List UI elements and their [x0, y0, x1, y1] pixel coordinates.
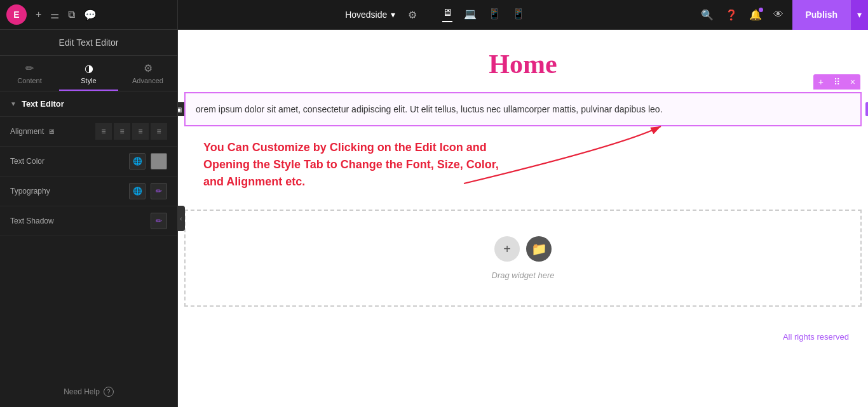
help-icon[interactable]: ❓	[725, 9, 738, 21]
text-shadow-edit-button[interactable]: ✏	[151, 213, 167, 229]
widget-close-button[interactable]: ×	[845, 74, 860, 90]
alignment-control: Alignment 🖥 ≡ ≡ ≡ ≡	[0, 117, 177, 147]
alignment-text: Alignment	[10, 127, 44, 136]
drop-zone: + 📁 Drag widget here	[184, 210, 862, 307]
advanced-tab-label: Advanced	[132, 77, 163, 84]
section-arrow-icon: ▼	[10, 100, 17, 107]
notification-dot	[759, 8, 763, 12]
content-tab-icon: ✏	[25, 62, 34, 74]
advanced-tab-icon: ⚙	[144, 62, 153, 74]
typography-label: Typography	[10, 187, 123, 196]
widget-library-button[interactable]: 📁	[526, 236, 552, 262]
canvas-inner: Home + ⠿ × ▣ orem ipsum dolor sit amet, …	[178, 30, 868, 407]
content-tab-label: Content	[17, 77, 42, 84]
align-left-button[interactable]: ≡	[95, 123, 112, 140]
header-center: Hovedside ▾ ⚙ 🖥 💻 📱 📱	[178, 0, 692, 29]
tablet-icon[interactable]: 📱	[488, 8, 501, 22]
publish-dropdown-button[interactable]: ▾	[850, 0, 868, 30]
tab-advanced[interactable]: ⚙ Advanced	[118, 56, 177, 91]
text-color-controls: 🌐	[129, 153, 167, 170]
align-justify-button[interactable]: ≡	[151, 123, 167, 140]
tabs-row: ✏ Content ◑ Style ⚙ Advanced	[0, 56, 177, 91]
text-color-swatch[interactable]	[151, 153, 167, 170]
panel-title: Edit Text Editor	[0, 30, 177, 56]
search-icon[interactable]: 🔍	[701, 9, 714, 21]
canvas-area: Home + ⠿ × ▣ orem ipsum dolor sit amet, …	[178, 30, 868, 407]
help-circle-icon: ?	[104, 387, 114, 397]
drop-label: Drag widget here	[492, 270, 555, 280]
drop-zone-buttons: + 📁	[494, 236, 552, 262]
section-label: Text Editor	[22, 99, 64, 109]
top-header: E + ⚌ ⧉ 💬 Hovedside ▾ ⚙ 🖥 💻 📱 📱 🔍 ❓ 🔔 👁 …	[0, 0, 868, 30]
text-editor-section[interactable]: ▼ Text Editor	[0, 91, 177, 117]
need-help[interactable]: Need Help ?	[0, 377, 177, 407]
publish-button[interactable]: Publish	[792, 0, 850, 30]
chevron-down-icon: ▾	[391, 10, 395, 20]
page-title: Home	[178, 30, 868, 92]
text-shadow-controls: ✏	[151, 213, 167, 229]
widget-left-handle[interactable]: ▣	[178, 102, 184, 116]
widget-toolbar: + ⠿ ×	[813, 74, 860, 90]
elementor-logo[interactable]: E	[6, 4, 27, 25]
text-color-label: Text Color	[10, 157, 123, 166]
text-shadow-control: Text Shadow ✏	[0, 206, 177, 236]
canvas-footer: All rights reserved	[178, 319, 868, 354]
align-center-button[interactable]: ≡	[114, 123, 130, 140]
settings-icon[interactable]: ⚙	[408, 9, 417, 21]
typography-controls: 🌐 ✏	[129, 183, 167, 199]
annotation-area: You Can Customize by Clicking on the Edi…	[178, 126, 868, 203]
typography-control: Typography 🌐 ✏	[0, 177, 177, 206]
widget-edit-button[interactable]: ✏	[865, 102, 868, 116]
collapse-handle[interactable]: ‹	[177, 206, 185, 231]
mobile-icon[interactable]: 📱	[512, 8, 525, 22]
typography-edit-button[interactable]: ✏	[151, 183, 167, 199]
add-icon[interactable]: +	[36, 9, 41, 20]
text-shadow-label: Text Shadow	[10, 217, 144, 225]
layers-icon[interactable]: ⧉	[68, 9, 75, 20]
align-right-button[interactable]: ≡	[132, 123, 149, 140]
chat-icon[interactable]: 💬	[84, 9, 97, 21]
tab-style[interactable]: ◑ Style	[59, 56, 118, 91]
alignment-label: Alignment 🖥	[10, 127, 89, 136]
widget-add-button[interactable]: +	[813, 74, 829, 90]
annotation-text: You Can Customize by Clicking on the Edi…	[203, 139, 521, 190]
text-content: orem ipsum dolor sit amet, consectetur a…	[186, 93, 860, 125]
tab-content[interactable]: ✏ Content	[0, 56, 59, 91]
style-tab-label: Style	[81, 77, 96, 84]
left-panel: Edit Text Editor ✏ Content ◑ Style ⚙ Adv…	[0, 30, 178, 407]
laptop-icon[interactable]: 💻	[464, 8, 477, 22]
widget-move-button[interactable]: ⠿	[829, 74, 845, 90]
need-help-text: Need Help	[64, 387, 100, 396]
customize-icon[interactable]: ⚌	[50, 9, 59, 21]
selected-widget[interactable]: + ⠿ × ▣ orem ipsum dolor sit amet, conse…	[184, 92, 862, 126]
eye-icon[interactable]: 👁	[773, 9, 783, 20]
monitor-icon: 🖥	[48, 128, 55, 135]
header-left: E + ⚌ ⧉ 💬	[0, 0, 178, 29]
header-right: 🔍 ❓ 🔔 👁	[692, 0, 792, 29]
desktop-icon[interactable]: 🖥	[442, 7, 452, 22]
text-color-globe-button[interactable]: 🌐	[129, 153, 146, 170]
main-layout: Edit Text Editor ✏ Content ◑ Style ⚙ Adv…	[0, 30, 868, 407]
page-name: Hovedside	[345, 10, 387, 20]
style-tab-icon: ◑	[85, 62, 93, 74]
text-color-control: Text Color 🌐	[0, 147, 177, 177]
page-selector[interactable]: Hovedside ▾	[345, 10, 395, 20]
notification-icon[interactable]: 🔔	[749, 9, 762, 21]
align-buttons: ≡ ≡ ≡ ≡	[95, 123, 167, 140]
add-widget-button[interactable]: +	[494, 236, 520, 262]
typography-globe-button[interactable]: 🌐	[129, 183, 146, 199]
device-icons: 🖥 💻 📱 📱	[442, 7, 525, 22]
